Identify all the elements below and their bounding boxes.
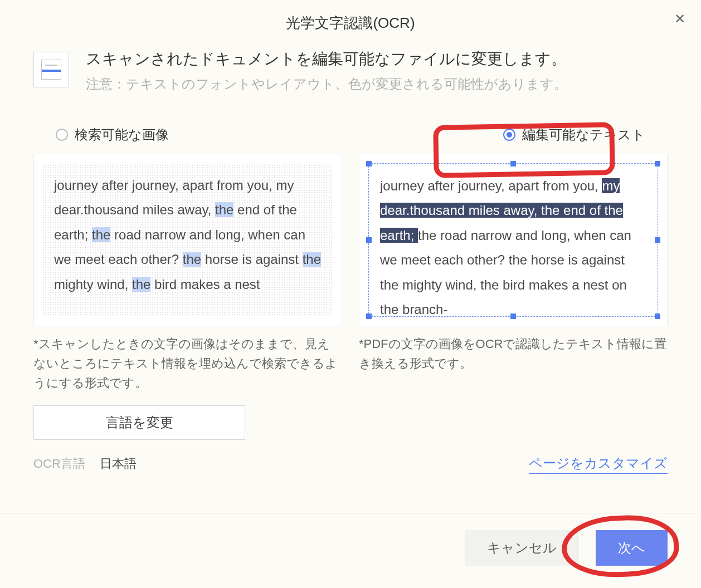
close-icon[interactable]: ✕ [674,11,685,27]
radio-editable-text[interactable]: 編集可能なテキスト [503,126,645,144]
preview-editable-col: journey after journey, apart from you, m… [359,154,668,440]
header: スキャンされたドキュメントを編集可能なファイルに変更します。 注意：テキストのフ… [0,43,701,110]
caption-editable: *PDFの文字の画像をOCRで認識したテキスト情報に置き換える形式です。 [359,334,668,373]
page-customize-link[interactable]: ページをカスタマイズ [529,454,668,474]
caption-searchable: *スキャンしたときの文字の画像はそのままで、見えないところにテキスト情報を埋め込… [33,334,342,393]
ocr-dialog: 光学文字認識(OCR) ✕ スキャンされたドキュメントを編集可能なファイルに変更… [0,0,701,588]
document-scan-icon [33,52,69,87]
radio-label: 編集可能なテキスト [522,126,645,144]
header-note: 注意：テキストのフォントやレイアウト、色が変更される可能性があります。 [86,75,567,93]
options-row: 検索可能な画像 編集可能なテキスト [33,126,668,154]
titlebar: 光学文字認識(OCR) ✕ [0,0,701,43]
preview-searchable-col: journey after journey, apart from you, m… [33,154,342,440]
dialog-title: 光学文字認識(OCR) [286,14,415,31]
radio-label: 検索可能な画像 [75,126,169,144]
next-button[interactable]: 次へ [596,530,668,566]
header-text: スキャンされたドキュメントを編集可能なファイルに変更します。 注意：テキストのフ… [86,48,567,93]
preview-searchable-text: journey after journey, apart from you, m… [43,163,333,317]
radio-searchable-image[interactable]: 検索可能な画像 [56,126,169,144]
preview-editable-box: journey after journey, apart from you, m… [359,154,668,326]
preview-searchable-box: journey after journey, apart from you, m… [33,154,342,326]
header-main: スキャンされたドキュメントを編集可能なファイルに変更します。 [86,48,567,70]
ocr-language-value: 日本語 [100,455,137,472]
radio-icon [56,129,68,141]
previews: journey after journey, apart from you, m… [33,154,668,440]
language-row: OCR言語 日本語 ページをカスタマイズ [33,454,668,474]
footer: キャンセル 次へ [0,513,701,588]
body: 検索可能な画像 編集可能なテキスト journey after journey,… [0,110,701,474]
cancel-button[interactable]: キャンセル [465,530,579,566]
change-language-button[interactable]: 言語を変更 [33,405,245,440]
ocr-language-label: OCR言語 [33,455,85,472]
radio-icon [503,129,515,141]
preview-editable-text[interactable]: journey after journey, apart from you, m… [368,163,658,317]
